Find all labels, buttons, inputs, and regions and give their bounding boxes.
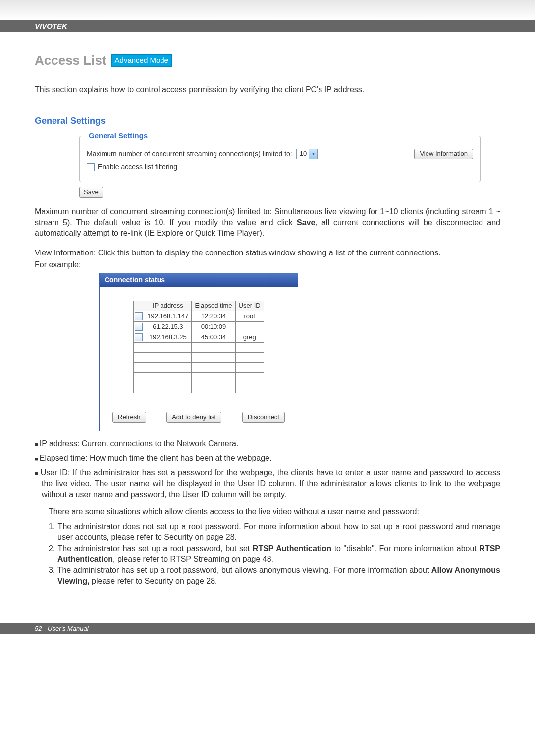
case-1: 1. The administrator does not set up a r… bbox=[49, 521, 500, 543]
cell-elapsed: 12:20:34 bbox=[192, 311, 235, 321]
cell-userid: root bbox=[235, 311, 264, 321]
cell-ip: 61.22.15.3 bbox=[144, 321, 192, 332]
row-checkbox[interactable] bbox=[135, 323, 143, 331]
bullet-ip-address: IP address: Current connections to the N… bbox=[35, 438, 500, 449]
for-example-label: For example: bbox=[35, 259, 500, 270]
table-row bbox=[134, 353, 264, 363]
table-row: 61.22.15.300:10:09 bbox=[134, 321, 264, 332]
connection-status-table: IP address Elapsed time User ID 192.168.… bbox=[133, 301, 264, 393]
view-information-button[interactable]: View Information bbox=[414, 149, 473, 159]
cell-userid: greg bbox=[235, 332, 264, 342]
refresh-button[interactable]: Refresh bbox=[112, 412, 146, 423]
chevron-down-icon: ▾ bbox=[309, 149, 317, 159]
col-userid: User ID bbox=[235, 301, 264, 311]
add-to-deny-list-button[interactable]: Add to deny list bbox=[166, 412, 221, 423]
max-connections-explanation: Maximum number of concurrent streaming c… bbox=[35, 206, 500, 239]
row-checkbox[interactable] bbox=[135, 312, 143, 320]
table-row: 192.168.3.2545:00:34greg bbox=[134, 332, 264, 342]
cell-userid bbox=[235, 321, 264, 332]
save-button[interactable]: Save bbox=[79, 187, 103, 198]
col-checkbox bbox=[134, 301, 144, 311]
page-footer: 52 - User's Manual bbox=[0, 623, 535, 634]
cell-ip: 192.168.3.25 bbox=[144, 332, 192, 342]
enable-filtering-checkbox[interactable] bbox=[87, 163, 95, 171]
col-elapsed: Elapsed time bbox=[192, 301, 235, 311]
cell-elapsed: 45:00:34 bbox=[192, 332, 235, 342]
max-connections-label: Maximum number of concurrent streaming c… bbox=[87, 150, 292, 159]
advanced-mode-badge: Advanced Mode bbox=[111, 54, 172, 66]
table-row: 192.168.1.14712:20:34root bbox=[134, 311, 264, 321]
max-connections-select[interactable]: 10 ▾ bbox=[296, 149, 318, 159]
no-credentials-intro: There are some situations which allow cl… bbox=[49, 506, 500, 517]
top-gradient bbox=[0, 0, 535, 20]
view-information-explanation: View Information: Click this button to d… bbox=[35, 248, 500, 258]
table-row bbox=[134, 383, 264, 393]
connection-status-panel: Connection status IP address Elapsed tim… bbox=[99, 273, 298, 431]
disconnect-button[interactable]: Disconnect bbox=[242, 412, 285, 423]
header-brand: VIVOTEK bbox=[0, 20, 535, 32]
cell-ip: 192.168.1.147 bbox=[144, 311, 192, 321]
col-ip: IP address bbox=[144, 301, 192, 311]
table-header-row: IP address Elapsed time User ID bbox=[134, 301, 264, 311]
bullet-elapsed-time: Elapsed time: How much time the client h… bbox=[35, 453, 500, 464]
page-title: Access List bbox=[35, 52, 107, 69]
connection-status-title: Connection status bbox=[100, 273, 298, 287]
max-connections-value: 10 bbox=[300, 150, 309, 158]
enable-filtering-label: Enable access list filtering bbox=[98, 162, 177, 172]
general-settings-heading: General Settings bbox=[35, 115, 500, 127]
row-checkbox[interactable] bbox=[135, 333, 143, 341]
general-settings-fieldset: General Settings Maximum number of concu… bbox=[79, 131, 481, 182]
case-2: 2. The administrator has set up a root p… bbox=[49, 543, 500, 564]
table-row bbox=[134, 373, 264, 383]
table-row bbox=[134, 342, 264, 353]
bullet-user-id: User ID: If the administrator has set a … bbox=[35, 467, 500, 586]
cell-elapsed: 00:10:09 bbox=[192, 321, 235, 332]
table-row bbox=[134, 362, 264, 373]
general-settings-legend: General Settings bbox=[87, 131, 150, 141]
intro-text: This section explains how to control acc… bbox=[35, 84, 500, 95]
case-3: 3. The administrator has set up a root p… bbox=[49, 565, 500, 586]
